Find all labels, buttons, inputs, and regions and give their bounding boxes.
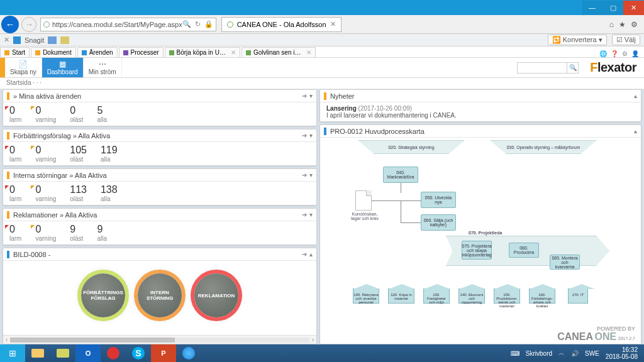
- stream-icon: ⋯: [99, 60, 106, 69]
- house-140[interactable]: 140. Ekonomi och rapportering: [458, 288, 485, 304]
- start-button[interactable]: ⊞: [0, 344, 25, 362]
- chevron-icon[interactable]: ➔: [302, 132, 307, 139]
- node-strategic[interactable]: 020. Strategisk styrning: [358, 140, 465, 154]
- tab-processer[interactable]: Processer: [119, 47, 164, 57]
- scroll-right-icon[interactable]: ›: [312, 336, 314, 343]
- circle-reklamation[interactable]: REKLAMATION: [194, 273, 238, 317]
- taskbar-explorer2[interactable]: [50, 344, 75, 362]
- process-map[interactable]: 020. Strategisk styrning 030. Operativ s…: [320, 138, 641, 326]
- tab-close-icon[interactable]: ✕: [330, 20, 336, 28]
- house-130[interactable]: 130. Fastigheter och miljö: [423, 288, 450, 304]
- user-icon[interactable]: 👤: [631, 50, 639, 57]
- taskbar-skype[interactable]: S: [126, 344, 151, 362]
- green-icon: [169, 50, 174, 55]
- tab-golvlinan[interactable]: Golvlinan sen i…✕: [242, 47, 316, 57]
- search-input[interactable]: [517, 62, 567, 74]
- min-strom-button[interactable]: ⋯Min ström: [84, 58, 122, 77]
- chevron-up-icon[interactable]: ︿: [558, 349, 565, 358]
- node-040[interactable]: 040. Marknadsföra: [383, 167, 418, 183]
- close-icon[interactable]: ✕: [306, 49, 311, 56]
- panel-processmap: PRO-0012 Huvudprocesskarta▴ 020. Strateg…: [319, 124, 641, 344]
- valj-button[interactable]: ☑ Välj: [612, 35, 640, 45]
- panel-interna-storningar: Interna störningar » Alla Aktiva➔▾ 0larm…: [3, 168, 317, 206]
- doc-node[interactable]: [355, 190, 372, 211]
- scroll-thumb[interactable]: [10, 337, 174, 343]
- node-060[interactable]: 060. Sälja (och kalkyler): [421, 214, 456, 231]
- clock[interactable]: 16:32 2018-05-08: [606, 346, 638, 360]
- refresh-icon[interactable]: ↻: [195, 20, 201, 28]
- skapa-ny-button[interactable]: 📄Skapa ny: [5, 58, 42, 77]
- taskbar-outlook[interactable]: O: [75, 344, 101, 362]
- node-075[interactable]: 075. Projektera och skapa inköpsunderlag: [462, 241, 492, 260]
- collapse-icon[interactable]: ▴: [634, 92, 637, 99]
- address-url: https://canea.modul.se/Start/MyPage.aspx: [52, 21, 182, 28]
- house-150[interactable]: 150. Produktions-teknik och maskiner: [494, 288, 520, 304]
- lang-label[interactable]: SWE: [585, 350, 599, 357]
- window-maximize-button[interactable]: ▢: [602, 1, 623, 15]
- gear-icon[interactable]: ⚙: [622, 50, 628, 57]
- panel-title: PRO-0012 Huvudprocesskarta: [330, 128, 425, 135]
- keyboard-icon[interactable]: ⌨: [511, 350, 519, 357]
- chevron-icon[interactable]: ➔: [302, 172, 307, 178]
- dropdown-icon[interactable]: ▾: [309, 132, 313, 139]
- browser-tab[interactable]: CANEA ONE - Ola Adolfsson ✕: [221, 17, 341, 32]
- dropdown-icon[interactable]: ▾: [309, 172, 313, 178]
- nav-back-button[interactable]: ←: [1, 16, 19, 33]
- counter-value: 0: [35, 105, 41, 116]
- circle-forbattringsforslag[interactable]: FÖRBÄTTRINGS FÖRSLAG: [81, 273, 125, 317]
- counter-label: larm: [9, 116, 21, 123]
- house-120[interactable]: 120. Köpa in material: [388, 288, 414, 304]
- expand-icon[interactable]: ▴: [309, 251, 313, 258]
- chevron-icon[interactable]: ➔: [302, 251, 307, 258]
- search-button[interactable]: 🔍: [567, 62, 579, 74]
- taskbar-explorer[interactable]: [25, 344, 50, 362]
- tab-arenden[interactable]: Ärenden: [77, 47, 118, 57]
- window-minimize-button[interactable]: —: [582, 1, 602, 15]
- taskbar-powerpoint[interactable]: P: [151, 344, 176, 362]
- window-close-button[interactable]: ✕: [623, 1, 644, 15]
- konvertera-button[interactable]: 🔁 Konvertera ▾: [548, 35, 607, 45]
- dropdown-icon[interactable]: ▾: [309, 92, 313, 99]
- horizontal-scrollbar[interactable]: ‹ ›: [3, 335, 316, 344]
- node-080[interactable]: 080. Producera: [509, 243, 539, 258]
- globe-icon[interactable]: 🌐: [599, 50, 607, 57]
- tab-borja-kopa[interactable]: Börja köpa in U…✕: [165, 47, 240, 57]
- home-icon[interactable]: ⌂: [609, 20, 614, 29]
- taskbar-app-red[interactable]: [101, 344, 126, 362]
- favorites-icon[interactable]: ★: [619, 20, 626, 29]
- house-100[interactable]: 100. Rekrytera och utveckla personal: [353, 288, 379, 304]
- node-050[interactable]: 050. Utveckla nya: [421, 192, 456, 208]
- scroll-left-icon[interactable]: ‹: [6, 336, 8, 343]
- chevron-icon[interactable]: ➔: [302, 92, 307, 99]
- circle-intern-storning[interactable]: INTERN STÖRNING: [138, 273, 182, 317]
- panel-title: » Mina aktiva ärenden: [13, 92, 81, 100]
- house-160[interactable]: 160. Förbättrings-arbete och kvalitet: [529, 288, 555, 304]
- house-170[interactable]: 170. IT: [568, 288, 588, 304]
- snagit-close-icon[interactable]: ✕: [4, 36, 9, 44]
- desktop-label[interactable]: Skrivbord: [526, 350, 552, 357]
- breadcrumb[interactable]: Startsida · · ·: [0, 78, 644, 89]
- snagit-icon-2[interactable]: [60, 36, 69, 44]
- tab-start[interactable]: Start: [0, 47, 30, 57]
- dropdown-icon[interactable]: ▾: [309, 211, 313, 218]
- nav-forward-button[interactable]: →: [21, 17, 36, 32]
- counter-value: 0: [9, 145, 15, 156]
- node-085[interactable]: 085. Montera och kvarvarna: [550, 255, 580, 270]
- help-icon[interactable]: ❓: [611, 50, 618, 57]
- news-title[interactable]: Lansering: [326, 105, 357, 112]
- taskbar-ie[interactable]: [176, 344, 201, 362]
- address-bar[interactable]: https://canea.modul.se/Start/MyPage.aspx…: [40, 18, 216, 31]
- main-area: » Mina aktiva ärenden➔▾ 0larm 0varning 0…: [0, 89, 644, 344]
- tab-title: CANEA ONE - Ola Adolfsson: [237, 21, 326, 28]
- sound-icon[interactable]: 🔊: [571, 350, 579, 357]
- dashboard-button[interactable]: ▦Dashboard: [42, 58, 84, 77]
- node-operational[interactable]: 030. Operativ styrning – målstyrforum: [490, 140, 597, 154]
- search-icon[interactable]: 🔍: [182, 20, 191, 28]
- chevron-icon[interactable]: ➔: [302, 211, 307, 218]
- snagit-icon-1[interactable]: [48, 36, 57, 44]
- close-icon[interactable]: ✕: [231, 49, 236, 56]
- collapse-icon[interactable]: ▴: [634, 128, 637, 134]
- tab-dokument[interactable]: Dokument: [31, 47, 76, 57]
- counter-value: 0: [9, 184, 15, 195]
- settings-icon[interactable]: ⚙: [631, 20, 638, 29]
